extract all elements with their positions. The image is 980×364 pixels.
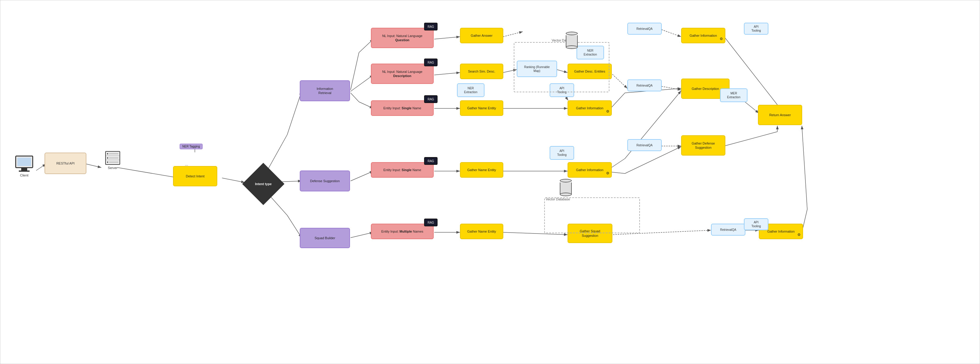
rag-q-label: RAG [428,25,434,28]
server-line-2 [109,158,118,158]
svg-line-18 [434,37,460,39]
nl-input-description-node: NL Input: Natural LanguageDescription [371,63,434,84]
squad-builder-label: Squad Builder [314,236,335,240]
gather-name-entity-def-label: Gather Name Entity [467,168,496,172]
entity-input-single1-label: Entity Input: Single Name [383,106,422,110]
svg-line-16 [351,171,373,181]
db-top [566,32,578,35]
server-row-3 [106,160,119,164]
svg-line-19 [434,73,460,75]
nl-input-question-label: NL Input: Natural LanguageQuestion [382,34,423,43]
svg-line-3 [86,164,101,168]
information-retrieval-node: InformationRetrieval [300,80,350,101]
entity-input-single2-label: Entity Input: Single Name [383,168,422,172]
gather-name-entity-ir-label: Gather Name Entity [467,106,496,110]
svg-line-7 [287,91,302,135]
api-tooling-def-node: APITooling [550,146,574,160]
svg-line-5 [222,178,245,182]
defense-suggestion-label: Defense Suggestion [310,179,339,183]
rag-single2-badge: RAG [424,157,438,165]
gather-information-ir-node: Gather Information ⚙ [568,100,612,116]
intent-type-label: Intent type [242,163,284,205]
retrieval-qa-desc-node: RetrievalQA [627,79,662,91]
db-top-2 [560,179,572,182]
detect-intent-node: Detect Intent [173,166,217,186]
monitor-stand [21,168,27,171]
return-answer-node: Return Answer [758,105,802,125]
rag-multiple-badge: RAG [424,218,438,226]
ner-tagging-badge: NER Tagging [173,144,203,152]
gather-name-entity-ir-node: Gather Name Entity [460,100,503,116]
retrieval-qa-top-node: RetrievalQA [627,23,662,35]
monitor-screen [18,158,31,166]
svg-line-30 [611,93,625,108]
api-tooling-def-label: APITooling [557,149,567,157]
retrieval-qa-sq-node: RetrievalQA [711,224,745,236]
restful-api-node: RESTful API [45,153,86,174]
svg-line-10 [287,215,302,238]
server-dot-3 [107,161,108,163]
gather-information-def-label: Gather Information [576,168,603,172]
gather-name-entity-def-node: Gather Name Entity [460,162,503,178]
retrieval-qa-desc-label: RetrievalQA [636,84,653,87]
mer-extraction-label: MERExtraction [727,91,740,99]
server-line-3 [109,162,118,163]
retrieval-qa-top-label: RetrievalQA [636,27,653,31]
svg-line-11 [351,52,359,90]
svg-line-49 [802,126,807,209]
server-icon: Server [101,151,125,169]
gear-icon-right1: ⚙ [720,37,723,41]
gather-answer-label: Gather Answer [471,33,493,38]
intent-type-diamond: Intent type [242,163,284,205]
gather-information-right1-label: Gather Information [689,33,717,38]
restful-api-label: RESTful API [56,161,75,165]
db-bottom-2 [560,193,572,196]
defense-suggestion-node: Defense Suggestion [300,171,350,191]
svg-line-14 [351,93,359,102]
gather-information-def-node: Gather Information ⚙ [568,162,612,178]
server-line [109,154,118,154]
db-bottom [566,45,578,49]
return-answer-label: Return Answer [769,113,791,117]
svg-line-36 [662,30,681,37]
ner-extraction-ir-label: NERExtraction [464,86,477,94]
server-row-2 [106,156,119,160]
rag-description-badge: RAG [424,59,438,66]
search-sim-desc-node: Search Sim. Desc. [460,63,503,79]
server-dot-2 [107,157,108,158]
nl-input-question-node: NL Input: Natural LanguageQuestion [371,28,434,48]
svg-line-29 [611,73,627,89]
detect-intent-label: Detect Intent [186,174,204,178]
svg-line-42 [724,132,777,146]
retrieval-qa-sq-label: RetrievalQA [720,228,737,232]
rag-question-badge: RAG [424,23,438,30]
ner-extraction-ir-node: NERExtraction [457,83,484,97]
ner-tagging-label: NER Tagging [180,144,203,149]
monitor-base [19,171,30,172]
svg-line-37 [662,86,681,90]
api-tooling-sq-label: APITooling [751,220,761,228]
entity-input-multiple-label: Entity Input: Multiple Names [381,229,423,234]
gather-description-label: Gather Description [692,87,719,91]
client-icon: Client [12,155,36,177]
rag-s2-label: RAG [428,159,434,163]
server-body [105,151,120,165]
information-retrieval-label: InformationRetrieval [317,87,333,95]
mer-extraction-node: MERExtraction [720,89,748,102]
ner-connector [194,149,195,152]
dashed-region-bottom [544,197,640,233]
gear-icon-def: ⚙ [606,171,609,176]
api-tooling-right1-label: APITooling [751,25,761,33]
squad-builder-node: Squad Builder [300,228,350,248]
gather-name-entity-sq-label: Gather Name Entity [467,229,496,234]
rag-d-label: RAG [428,61,434,65]
svg-line-13 [351,75,373,91]
vector-database-label-bottom: Vector Database [546,197,570,201]
client-label: Client [20,174,29,177]
nl-input-description-label: NL Input: Natural LanguageDescription [382,70,423,78]
server-row-1 [106,152,119,156]
svg-line-32 [611,158,625,168]
svg-line-23 [503,32,523,37]
dots-icon: ··· [185,163,188,167]
svg-line-17 [351,232,373,238]
